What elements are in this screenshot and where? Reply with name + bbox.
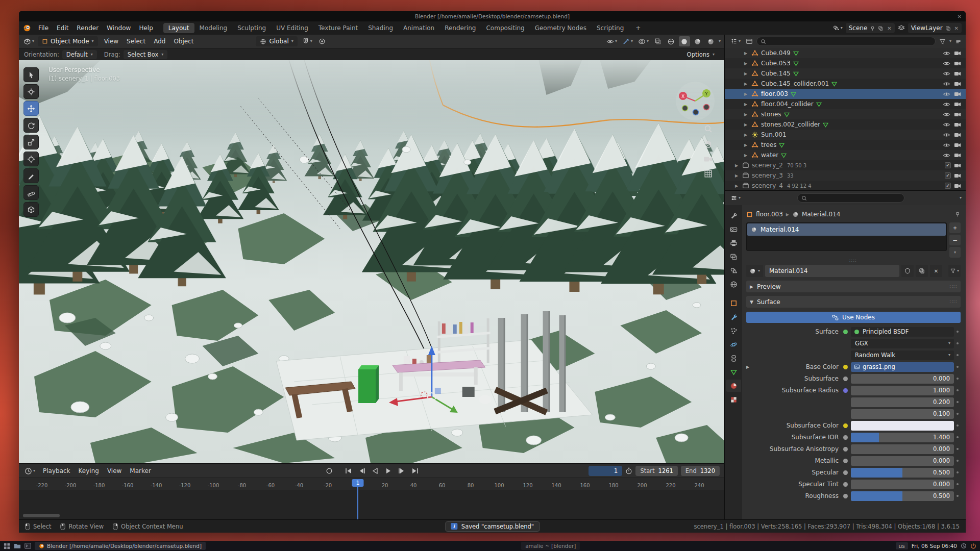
expand-arrow[interactable]: ▶ bbox=[744, 71, 749, 76]
current-frame-field[interactable]: 1 bbox=[589, 466, 622, 476]
tab-constraints[interactable] bbox=[726, 352, 741, 364]
workspace-tab[interactable]: Layout bbox=[163, 23, 194, 33]
add-cube-tool[interactable] bbox=[23, 202, 39, 217]
keyframe-dot[interactable] bbox=[954, 471, 961, 473]
play-reverse-button[interactable] bbox=[369, 466, 381, 476]
mode-selector[interactable]: Object Mode▾ bbox=[38, 36, 98, 46]
keyframe-dot[interactable] bbox=[954, 342, 961, 344]
expand-arrow[interactable]: ▶ bbox=[744, 92, 749, 96]
tab-modifiers[interactable] bbox=[726, 311, 741, 323]
overlays-toggle-icon[interactable]: ▾ bbox=[636, 38, 650, 45]
keyframe-dot[interactable] bbox=[954, 460, 961, 462]
hide-eye-icon[interactable] bbox=[942, 60, 951, 67]
taskbar-secondary-button[interactable]: amalie ~ [blender] bbox=[521, 542, 580, 550]
hide-eye-icon[interactable] bbox=[942, 80, 951, 88]
render-camera-icon[interactable] bbox=[953, 91, 962, 97]
frame-end-field[interactable]: End1320 bbox=[681, 466, 720, 476]
keyframe-dot[interactable] bbox=[954, 354, 961, 356]
keyframe-dot[interactable] bbox=[954, 331, 961, 333]
property-field[interactable]: 0.000 bbox=[851, 480, 954, 489]
menu-item[interactable]: Window bbox=[103, 21, 135, 35]
slot-specials-button[interactable]: ▾ bbox=[949, 247, 961, 258]
shading-dropdown-icon[interactable]: ▾ bbox=[719, 39, 721, 43]
menu-item[interactable]: File bbox=[34, 21, 53, 35]
expand-arrow[interactable]: ▶ bbox=[744, 133, 749, 137]
outliner-row[interactable]: ▶ scenery_3 33 bbox=[725, 170, 966, 181]
notifications-icon[interactable] bbox=[961, 543, 967, 549]
xray-toggle[interactable] bbox=[652, 36, 664, 46]
expand-arrow[interactable]: ▶ bbox=[744, 143, 749, 147]
keyframe-dot[interactable] bbox=[954, 424, 961, 427]
fake-user-shield-icon[interactable] bbox=[901, 265, 914, 277]
add-slot-button[interactable]: ＋ bbox=[949, 222, 961, 233]
unlink-material-button[interactable]: ✕ bbox=[930, 265, 942, 277]
tab-tool[interactable] bbox=[726, 209, 741, 221]
grid-perspective-icon[interactable] bbox=[704, 169, 713, 178]
blender-logo-icon[interactable] bbox=[23, 24, 31, 32]
properties-editor-icon[interactable]: ▾ bbox=[729, 194, 742, 202]
select-box-tool[interactable] bbox=[23, 67, 39, 82]
collection-checkbox[interactable]: ✓ bbox=[945, 162, 951, 168]
move-tool[interactable] bbox=[23, 101, 39, 116]
close-icon[interactable]: ✕ bbox=[958, 14, 962, 19]
property-field[interactable]: 0.000 bbox=[851, 456, 954, 466]
render-camera-icon[interactable] bbox=[953, 70, 962, 77]
stopwatch-icon[interactable] bbox=[625, 467, 632, 474]
tab-object-data[interactable] bbox=[726, 366, 741, 378]
workspace-tab[interactable]: Texture Paint bbox=[313, 23, 363, 33]
timeline-ruler[interactable]: -220-200-180-160-140-120-100-80-60-40-20… bbox=[19, 478, 724, 490]
render-camera-icon[interactable] bbox=[953, 172, 962, 179]
tab-output[interactable] bbox=[726, 237, 741, 249]
render-camera-icon[interactable] bbox=[953, 50, 962, 56]
editor-type-icon[interactable]: ▾ bbox=[22, 38, 36, 45]
workspace-tab[interactable]: Shading bbox=[363, 23, 398, 33]
sss-method-dropdown[interactable]: Random Walk▾ bbox=[851, 350, 954, 360]
panel-grip[interactable]: ∷∷ bbox=[746, 258, 961, 264]
render-camera-icon[interactable] bbox=[953, 183, 962, 189]
auto-keying-button[interactable] bbox=[323, 466, 335, 476]
next-keyframe-button[interactable] bbox=[396, 466, 408, 476]
hide-eye-icon[interactable] bbox=[942, 111, 951, 118]
tab-texture[interactable] bbox=[726, 393, 741, 406]
workspace-tab[interactable]: Rendering bbox=[439, 23, 481, 33]
shading-wireframe-icon[interactable] bbox=[666, 36, 677, 46]
property-field[interactable] bbox=[851, 421, 954, 431]
keyframe-dot[interactable] bbox=[954, 448, 961, 450]
window-titlebar[interactable]: Blender [/home/amalie/Desktop/blender/ca… bbox=[19, 11, 966, 21]
snap-magnet-icon[interactable]: ▾ bbox=[301, 38, 314, 45]
collection-checkbox[interactable]: ✓ bbox=[945, 183, 951, 189]
outliner-row[interactable]: ▶ Cube.053 ✓ bbox=[725, 58, 966, 68]
shading-solid-icon[interactable] bbox=[679, 36, 690, 46]
workspace-tab[interactable]: Animation bbox=[398, 23, 439, 33]
expand-arrow[interactable]: ▶ bbox=[735, 173, 740, 178]
keyframe-dot[interactable] bbox=[954, 436, 961, 438]
material-filter-icon[interactable]: ▾ bbox=[948, 265, 961, 277]
property-field[interactable]: 0.100 bbox=[851, 409, 954, 419]
render-camera-icon[interactable] bbox=[953, 152, 962, 158]
menu-item[interactable]: Edit bbox=[53, 21, 72, 35]
outliner-row[interactable]: ▶ Cube.145 ✓ bbox=[725, 68, 966, 79]
add-workspace-button[interactable]: + bbox=[633, 24, 643, 32]
pan-hand-icon[interactable] bbox=[704, 140, 713, 148]
render-camera-icon[interactable] bbox=[953, 60, 962, 66]
expand-arrow[interactable]: ▶ bbox=[744, 112, 749, 117]
expand-arrow[interactable]: ▶ bbox=[744, 82, 749, 86]
expand-arrow[interactable]: ▶ bbox=[744, 61, 749, 66]
jump-to-end-button[interactable] bbox=[409, 466, 421, 476]
menu-item[interactable]: Help bbox=[135, 21, 157, 35]
cursor-tool[interactable] bbox=[23, 84, 39, 99]
outliner-row[interactable]: ▶ scenery_4 4 92 12 4 bbox=[725, 181, 966, 190]
timeline-menu-item[interactable]: Keying bbox=[75, 464, 103, 478]
outliner-row[interactable]: ▶ water ✓ bbox=[725, 150, 966, 160]
workspace-tab[interactable]: Compositing bbox=[481, 23, 529, 33]
tab-particles[interactable] bbox=[726, 324, 741, 337]
jump-to-start-button[interactable] bbox=[342, 466, 355, 476]
scene-browse-icon[interactable]: ▾ bbox=[832, 24, 843, 32]
tab-view-layer[interactable] bbox=[726, 251, 741, 263]
keyframe-dot[interactable] bbox=[954, 483, 961, 485]
expand-arrow[interactable]: ▶ bbox=[744, 122, 749, 127]
remove-slot-button[interactable]: − bbox=[949, 235, 961, 245]
viewport-menu-item[interactable]: View bbox=[100, 35, 122, 48]
power-icon[interactable] bbox=[970, 543, 976, 549]
timeline-editor-icon[interactable]: ▾ bbox=[23, 467, 37, 475]
